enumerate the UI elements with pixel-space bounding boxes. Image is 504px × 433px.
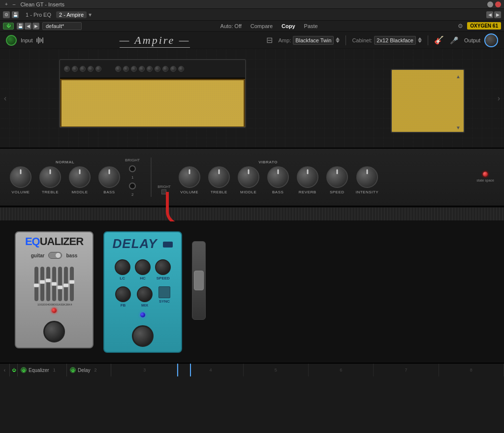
output-area: Output [464, 33, 498, 47]
normal-bass-knob[interactable] [98, 166, 120, 188]
amp-top-knob-5[interactable] [95, 66, 101, 72]
bottom-power-btn[interactable]: ⏻ [10, 364, 18, 376]
track-eq-number: 1 [53, 368, 56, 372]
gear-icon[interactable]: ⚙ [456, 22, 464, 30]
forward-btn[interactable]: ▶ [494, 11, 501, 18]
normal-section: NORMAL VOLUME TREBLE MIDDLE BASS [10, 160, 120, 194]
power-button[interactable]: ⏻ [3, 23, 14, 30]
next-preset-icon[interactable]: ▶ [32, 23, 39, 30]
vibrato-volume-knob[interactable] [179, 166, 200, 188]
prev-preset-icon[interactable]: ◀ [25, 23, 32, 30]
nav-right-arrow[interactable]: › [498, 94, 500, 103]
cab-nav-up[interactable]: ▲ [456, 74, 461, 79]
amp-value[interactable]: Blackface Twin [293, 36, 334, 45]
amp-top-knob-13[interactable] [170, 66, 176, 72]
vibrato-treble-knob[interactable] [208, 166, 230, 188]
delay-lc-knob[interactable] [115, 259, 130, 275]
normal-middle-label: MIDDLE [71, 190, 88, 194]
tab-pro-eq[interactable]: 1 - Pro EQ [23, 11, 54, 18]
close-button[interactable] [495, 1, 501, 7]
cab-nav-down[interactable]: ▼ [456, 125, 461, 130]
amp-top-knob-3[interactable] [80, 66, 86, 72]
vibrato-bass-knob[interactable] [267, 166, 289, 188]
eq-main-knob[interactable] [43, 321, 65, 342]
cabinet-arrows[interactable] [418, 37, 422, 43]
amp-top-knob-7[interactable] [123, 66, 129, 72]
delay-mix-knob[interactable] [137, 286, 153, 302]
eq-slider-100[interactable] [34, 267, 38, 301]
copy-btn[interactable]: Copy [278, 23, 299, 30]
delay-main-knob[interactable] [132, 325, 154, 347]
amp-top-knob-14[interactable] [178, 66, 184, 72]
input-power-knob[interactable] [6, 35, 17, 46]
amp-top-knob-12[interactable] [162, 66, 168, 72]
add-pedal-slot[interactable] [192, 241, 206, 320]
delay-speed-knob[interactable] [155, 259, 171, 275]
paste-btn[interactable]: Paste [300, 23, 322, 30]
amp-top-knob-11[interactable] [155, 66, 160, 72]
vibrato-intensity-knob[interactable] [356, 166, 378, 188]
track-delay[interactable]: ⏻ Delay 2 [67, 364, 111, 376]
vibrato-section: VIBRATO BRIGHT VOLUME TREBLE MIDDLE BASS [158, 160, 378, 194]
eq-slider-6k4[interactable] [70, 267, 74, 301]
normal-middle-knob[interactable] [69, 166, 91, 188]
tab-ampire[interactable]: 2 - Ampire [56, 11, 87, 18]
preset-bar: ⏻ 💾 ◀ ▶ default* Auto: Off Compare Copy … [0, 21, 504, 31]
add-tab-btn[interactable]: + [3, 1, 10, 7]
eq-slider-3k2[interactable] [64, 267, 68, 301]
amp-grille [60, 79, 245, 128]
back-btn[interactable]: ◀ [486, 11, 493, 18]
vibrato-label: VIBRATO [258, 160, 278, 164]
preset-name[interactable]: default* [42, 22, 82, 30]
dropdown-arrow[interactable]: ▾ [89, 11, 92, 18]
waveform-icon[interactable] [36, 37, 43, 44]
amp-arrows[interactable] [336, 37, 340, 43]
jack-port-1[interactable] [129, 165, 136, 172]
track-eq-power[interactable]: ⏻ [21, 367, 27, 373]
delay-top-row: LC HC SPEED [108, 256, 177, 283]
mic-icon[interactable]: 🎤 [450, 36, 458, 44]
eq-slider-200[interactable] [40, 267, 44, 301]
eq-main-knob-area [16, 318, 93, 347]
settings-icon[interactable]: ⚙ [3, 11, 10, 18]
output-knob[interactable] [484, 33, 498, 47]
save-icon[interactable]: 💾 [12, 11, 19, 18]
save-preset-icon[interactable]: 💾 [17, 23, 24, 30]
tuner-icon[interactable]: 🎸 [434, 35, 444, 45]
auto-off-btn[interactable]: Auto: Off [217, 23, 246, 30]
amp-top-knob-4[interactable] [88, 66, 94, 72]
bottom-nav-left[interactable]: ‹ [0, 364, 10, 376]
nav-left-arrow[interactable]: ‹ [4, 94, 6, 103]
eq-toggle-switch[interactable] [48, 252, 62, 259]
eq-slider-1k6[interactable] [58, 267, 62, 301]
minimize-button[interactable] [487, 1, 493, 7]
amp-top-knob-6[interactable] [115, 66, 121, 72]
amp-top-knob-9[interactable] [139, 66, 145, 72]
normal-middle-control: MIDDLE [69, 166, 91, 194]
amp-top-knob-8[interactable] [131, 66, 137, 72]
eq-slider-800[interactable] [52, 267, 56, 301]
delay-fb-knob[interactable] [115, 286, 131, 302]
eq-slider-400[interactable] [46, 267, 50, 301]
layout-icon[interactable]: ⊟ [266, 35, 273, 45]
vibrato-middle-knob[interactable] [238, 166, 259, 188]
slider-handle [194, 271, 204, 290]
vibrato-reverb-knob[interactable] [297, 166, 318, 188]
cabinet-value[interactable]: 2x12 Blackface [374, 36, 416, 45]
track-delay-power[interactable]: ⏻ [70, 367, 76, 373]
delay-sync-btn[interactable] [158, 286, 170, 298]
delay-lc-col: LC [115, 259, 130, 280]
delay-body: LC HC SPEED FB MIX [104, 253, 181, 322]
minus-tab-btn[interactable]: – [11, 1, 18, 7]
amp-top-knob-1[interactable] [64, 66, 70, 72]
jack-port-2[interactable] [129, 183, 136, 189]
normal-volume-knob[interactable] [10, 166, 32, 188]
amp-top-panel [60, 60, 245, 79]
normal-treble-knob[interactable] [39, 166, 61, 188]
delay-hc-knob[interactable] [135, 259, 151, 275]
track-equalizer[interactable]: ⏻ Equalizer 1 [18, 364, 67, 376]
amp-top-knob-10[interactable] [147, 66, 153, 72]
amp-top-knob-2[interactable] [72, 66, 78, 72]
vibrato-speed-knob[interactable] [326, 166, 348, 188]
compare-btn[interactable]: Compare [247, 23, 277, 30]
